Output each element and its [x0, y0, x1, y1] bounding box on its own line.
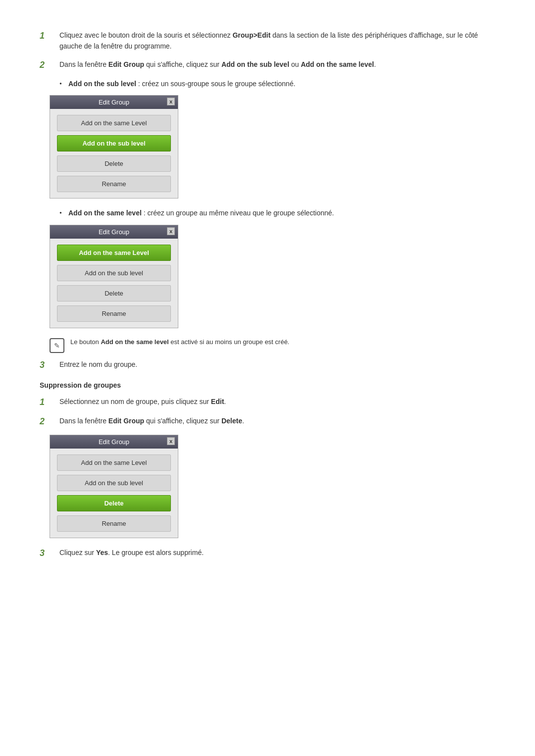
- dialog-2-wrapper: Edit Group x Add on the same Level Add o…: [50, 225, 495, 328]
- dialog-box-3: Edit Group x Add on the same Level Add o…: [50, 435, 178, 538]
- btn-add-same-level-2[interactable]: Add on the same Level: [57, 245, 171, 261]
- btn-delete-3[interactable]: Delete: [57, 495, 171, 511]
- step-text-3: Entrez le nom du groupe.: [59, 359, 495, 370]
- dialog-titlebar-1: Edit Group x: [50, 96, 178, 109]
- dialog-close-3[interactable]: x: [167, 437, 175, 445]
- bullet-text-2: Add on the same level : créez un groupe …: [68, 207, 495, 218]
- dialog-body-2: Add on the same Level Add on the sub lev…: [50, 239, 178, 328]
- dialog-1-wrapper: Edit Group x Add on the same Level Add o…: [50, 95, 495, 199]
- bullet-item-1: ● Add on the sub level : créez un sous-g…: [59, 78, 495, 89]
- step-g2-number-3: 3: [40, 547, 54, 559]
- step-text-1: Cliquez avec le bouton droit de la souri…: [59, 30, 495, 52]
- step-g2-3: 3 Cliquez sur Yes. Le groupe est alors s…: [40, 547, 495, 559]
- btn-add-same-level-3[interactable]: Add on the same Level: [57, 454, 171, 471]
- bullet-dot-2: ●: [59, 210, 63, 215]
- step-number-3: 3: [40, 359, 54, 371]
- dialog-body-3: Add on the same Level Add on the sub lev…: [50, 449, 178, 538]
- btn-add-sub-level-2[interactable]: Add on the sub level: [57, 265, 171, 281]
- step-g2-text-3: Cliquez sur Yes. Le groupe est alors sup…: [59, 547, 495, 558]
- step-g2-text-2: Dans la fenêtre Edit Group qui s'affiche…: [59, 415, 495, 426]
- bullet-item-2: ● Add on the same level : créez un group…: [59, 207, 495, 218]
- step-g2-number-1: 1: [40, 396, 54, 408]
- step-g2-text-1: Sélectionnez un nom de groupe, puis cliq…: [59, 396, 495, 407]
- btn-rename-2[interactable]: Rename: [57, 305, 171, 322]
- note-text: Le bouton Add on the same level est acti…: [70, 337, 289, 348]
- step-g2-2: 2 Dans la fenêtre Edit Group qui s'affic…: [40, 415, 495, 428]
- dialog-body-1: Add on the same Level Add on the sub lev…: [50, 109, 178, 198]
- step-text-2: Dans la fenêtre Edit Group qui s'affiche…: [59, 59, 495, 70]
- btn-delete-2[interactable]: Delete: [57, 285, 171, 302]
- dialog-title-2: Edit Group: [99, 228, 129, 236]
- btn-add-sub-level-1[interactable]: Add on the sub level: [57, 135, 171, 151]
- section-title-suppression: Suppression de groupes: [40, 381, 495, 389]
- bullet-text-1: Add on the sub level : créez un sous-gro…: [68, 78, 495, 89]
- step-g2-number-2: 2: [40, 415, 54, 428]
- dialog-title-1: Edit Group: [99, 99, 129, 106]
- dialog-title-3: Edit Group: [99, 438, 129, 446]
- btn-add-sub-level-3[interactable]: Add on the sub level: [57, 475, 171, 491]
- dialog-close-2[interactable]: x: [167, 227, 175, 235]
- step-1: 1 Cliquez avec le bouton droit de la sou…: [40, 30, 495, 52]
- btn-delete-1[interactable]: Delete: [57, 155, 171, 172]
- btn-rename-3[interactable]: Rename: [57, 515, 171, 532]
- step-number-1: 1: [40, 30, 54, 42]
- dialog-titlebar-3: Edit Group x: [50, 435, 178, 449]
- step-number-2: 2: [40, 59, 54, 71]
- btn-add-same-level-1[interactable]: Add on the same Level: [57, 115, 171, 131]
- btn-rename-1[interactable]: Rename: [57, 176, 171, 192]
- note-box: ✎ Le bouton Add on the same level est ac…: [50, 337, 495, 353]
- dialog-box-2: Edit Group x Add on the same Level Add o…: [50, 225, 178, 328]
- step-2: 2 Dans la fenêtre Edit Group qui s'affic…: [40, 59, 495, 71]
- step-g2-1: 1 Sélectionnez un nom de groupe, puis cl…: [40, 396, 495, 408]
- dialog-3-wrapper: Edit Group x Add on the same Level Add o…: [50, 435, 495, 538]
- dialog-close-1[interactable]: x: [167, 98, 175, 105]
- dialog-titlebar-2: Edit Group x: [50, 225, 178, 239]
- note-icon: ✎: [50, 338, 64, 353]
- dialog-box-1: Edit Group x Add on the same Level Add o…: [50, 95, 178, 199]
- bullet-dot-1: ●: [59, 81, 63, 86]
- step-3: 3 Entrez le nom du groupe.: [40, 359, 495, 371]
